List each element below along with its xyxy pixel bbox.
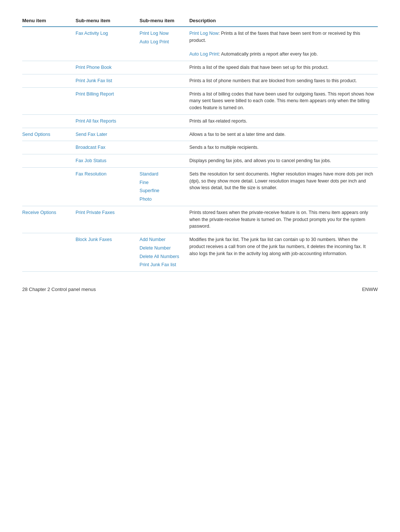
sub2-cell: Print Log NowAuto Log Print	[140, 27, 189, 61]
desc-cell: Displays pending fax jobs, and allows yo…	[189, 154, 378, 168]
table-row: Block Junk FaxesAdd NumberDelete NumberD…	[22, 233, 378, 272]
menu-cell	[22, 141, 76, 154]
menu-cell	[22, 61, 76, 74]
sub2-cell	[140, 206, 189, 233]
sub2-cell	[140, 154, 189, 168]
table-row: Print Junk Fax listPrints a list of phon…	[22, 74, 378, 87]
table-row: Send OptionsSend Fax LaterAllows a fax t…	[22, 128, 378, 141]
col-header-sub1: Sub-menu item	[76, 15, 140, 27]
table-row: Fax ResolutionStandardFineSuperfinePhoto…	[22, 167, 378, 206]
desc-cell: Prints all fax-related reports.	[189, 114, 378, 128]
table-header-row: Menu item Sub-menu item Sub-menu item De…	[22, 15, 378, 27]
sub1-cell: Print Billing Report	[76, 87, 140, 114]
col-header-desc: Description	[189, 15, 378, 27]
col-header-sub2: Sub-menu item	[140, 15, 189, 27]
sub1-cell: Print All fax Reports	[76, 114, 140, 128]
sub1-cell: Fax Job Status	[76, 154, 140, 168]
menu-cell: Receive Options	[22, 206, 76, 233]
menu-cell	[22, 27, 76, 61]
sub1-cell: Print Private Faxes	[76, 206, 140, 233]
desc-cell: Prints a list of the speed dials that ha…	[189, 61, 378, 74]
table-row: Print All fax ReportsPrints all fax-rela…	[22, 114, 378, 128]
sub2-cell: Add NumberDelete NumberDelete All Number…	[140, 233, 189, 272]
table-row: Fax Activity LogPrint Log NowAuto Log Pr…	[22, 27, 378, 61]
menu-cell	[22, 233, 76, 272]
desc-cell: Print Log Now: Prints a list of the faxe…	[189, 27, 378, 61]
sub2-cell	[140, 128, 189, 141]
table-row: Broadcast FaxSends a fax to multiple rec…	[22, 141, 378, 154]
sub2-cell: StandardFineSuperfinePhoto	[140, 167, 189, 206]
sub2-cell	[140, 74, 189, 87]
sub2-cell	[140, 61, 189, 74]
sub1-cell: Fax Resolution	[76, 167, 140, 206]
sub1-cell: Fax Activity Log	[76, 27, 140, 61]
menu-cell	[22, 114, 76, 128]
menu-table: Menu item Sub-menu item Sub-menu item De…	[22, 15, 378, 272]
desc-cell: Allows a fax to be sent at a later time …	[189, 128, 378, 141]
sub1-cell: Print Junk Fax list	[76, 74, 140, 87]
sub2-cell	[140, 87, 189, 114]
sub1-cell: Send Fax Later	[76, 128, 140, 141]
footer-right: ENWW	[362, 287, 378, 292]
desc-cell: Sends a fax to multiple recipients.	[189, 141, 378, 154]
footer-left: 28 Chapter 2 Control panel menus	[22, 287, 96, 292]
table-row: Print Phone BookPrints a list of the spe…	[22, 61, 378, 74]
table-row: Fax Job StatusDisplays pending fax jobs,…	[22, 154, 378, 168]
desc-cell: Prints a list of billing codes that have…	[189, 87, 378, 114]
table-row: Receive OptionsPrint Private FaxesPrints…	[22, 206, 378, 233]
desc-cell: Sets the resolution for sent documents. …	[189, 167, 378, 206]
desc-cell: Prints a list of phone numbers that are …	[189, 74, 378, 87]
menu-cell	[22, 74, 76, 87]
desc-cell: Modifies the junk fax list. The junk fax…	[189, 233, 378, 272]
page-footer: 28 Chapter 2 Control panel menus ENWW	[22, 287, 378, 292]
menu-cell: Send Options	[22, 128, 76, 141]
sub2-cell	[140, 114, 189, 128]
menu-cell	[22, 154, 76, 168]
main-content: Menu item Sub-menu item Sub-menu item De…	[22, 15, 378, 272]
desc-cell: Prints stored faxes when the private-rec…	[189, 206, 378, 233]
sub2-cell	[140, 141, 189, 154]
sub1-cell: Block Junk Faxes	[76, 233, 140, 272]
menu-cell	[22, 87, 76, 114]
sub1-cell: Print Phone Book	[76, 61, 140, 74]
sub1-cell: Broadcast Fax	[76, 141, 140, 154]
table-row: Print Billing ReportPrints a list of bil…	[22, 87, 378, 114]
menu-cell	[22, 167, 76, 206]
col-header-menu: Menu item	[22, 15, 76, 27]
